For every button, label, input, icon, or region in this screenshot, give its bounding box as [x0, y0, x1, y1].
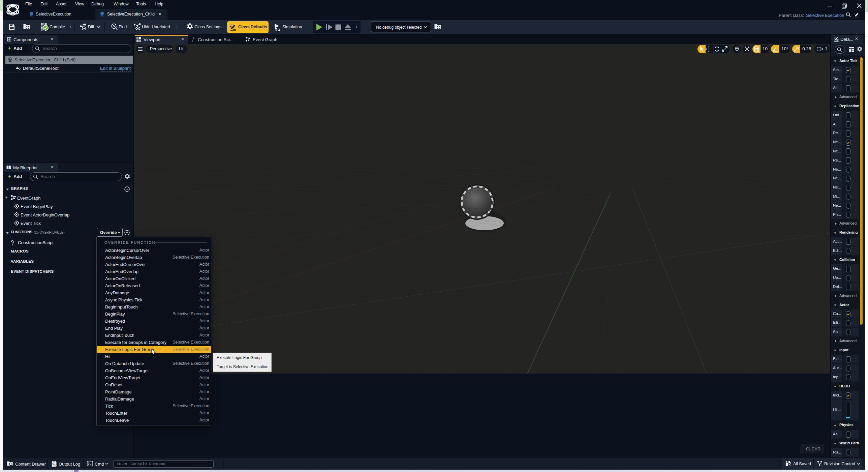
- svg-text:f: f: [12, 241, 14, 246]
